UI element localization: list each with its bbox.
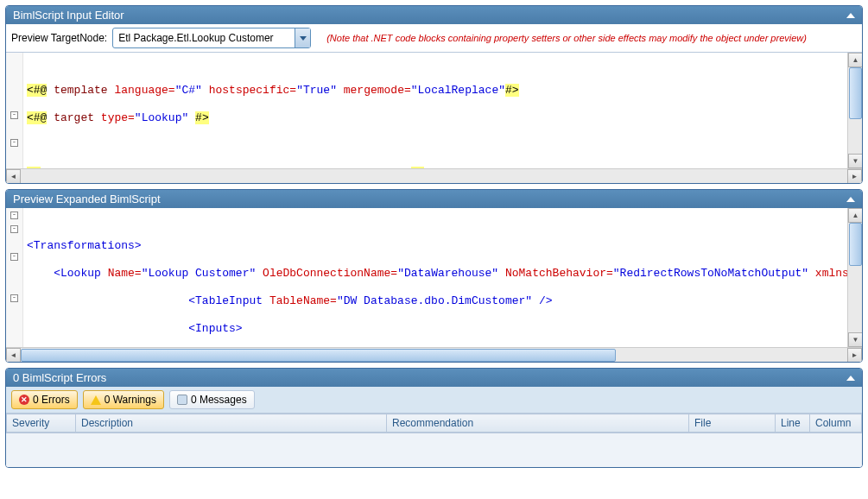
errors-table: Severity Description Recommendation File… [6,414,862,433]
scroll-up-icon[interactable] [848,208,863,223]
input-code-editor[interactable]: - - <#@ template language="C#" hostspeci… [6,53,862,168]
scroll-down-icon[interactable] [848,154,863,168]
collapse-icon[interactable] [846,197,855,202]
fold-icon[interactable]: - [10,225,18,233]
errors-filter-button[interactable]: ✕ 0 Errors [11,390,78,409]
scroll-right-icon[interactable] [847,348,862,363]
fold-icon[interactable]: - [10,212,18,219]
scroll-right-icon[interactable] [847,169,862,184]
code-gutter: - - - - [6,208,23,347]
target-node-dropdown[interactable] [112,28,311,48]
scroll-thumb-v[interactable] [849,223,862,266]
col-line[interactable]: Line [776,414,810,433]
preview-header[interactable]: Preview Expanded BimlScript [6,190,862,208]
preview-scrollbar-v[interactable] [847,208,862,347]
fold-icon[interactable]: - [10,294,18,302]
preview-panel: Preview Expanded BimlScript - - - - <Tra… [5,189,863,363]
fold-icon[interactable]: - [10,111,18,119]
col-file[interactable]: File [689,414,776,433]
preview-note: (Note that .NET code blocks containing p… [326,33,807,43]
scroll-up-icon[interactable] [848,53,863,67]
col-severity[interactable]: Severity [7,414,76,433]
collapse-icon[interactable] [846,376,855,381]
target-node-input[interactable] [113,29,295,47]
col-recommendation[interactable]: Recommendation [387,414,689,433]
input-editor-panel: BimlScript Input Editor Preview TargetNo… [5,5,863,184]
code-gutter: - - [6,53,23,168]
errors-table-body [6,433,862,467]
scroll-left-icon[interactable] [6,169,21,184]
input-scrollbar-v[interactable] [847,53,862,168]
warnings-filter-button[interactable]: 0 Warnings [83,390,164,409]
messages-filter-button[interactable]: 0 Messages [169,390,255,409]
message-icon [177,395,187,405]
preview-code-viewer[interactable]: - - - - <Transformations> <Lookup Name="… [6,208,862,347]
input-toolbar: Preview TargetNode: (Note that .NET code… [6,24,862,53]
target-node-label: Preview TargetNode: [11,32,107,44]
preview-scrollbar-h[interactable] [6,347,862,362]
col-column[interactable]: Column [810,414,862,433]
scroll-thumb-h[interactable] [21,349,616,362]
scroll-thumb-v[interactable] [849,67,862,119]
fold-icon[interactable]: - [10,139,18,147]
col-description[interactable]: Description [76,414,387,433]
scroll-left-icon[interactable] [6,348,21,363]
input-scrollbar-h[interactable] [6,168,862,183]
scroll-down-icon[interactable] [848,332,863,347]
warning-icon [91,395,101,405]
errors-panel: 0 BimlScript Errors ✕ 0 Errors 0 Warning… [5,368,863,468]
dropdown-button[interactable] [295,28,310,47]
errors-header[interactable]: 0 BimlScript Errors [6,369,862,387]
input-editor-header[interactable]: BimlScript Input Editor [6,6,862,24]
error-icon: ✕ [19,395,29,405]
collapse-icon[interactable] [846,13,855,18]
panel-title: BimlScript Input Editor [13,9,124,22]
errors-toolbar: ✕ 0 Errors 0 Warnings 0 Messages [6,387,862,414]
fold-icon[interactable]: - [10,253,18,261]
panel-title: Preview Expanded BimlScript [13,193,161,205]
panel-title: 0 BimlScript Errors [13,371,106,384]
